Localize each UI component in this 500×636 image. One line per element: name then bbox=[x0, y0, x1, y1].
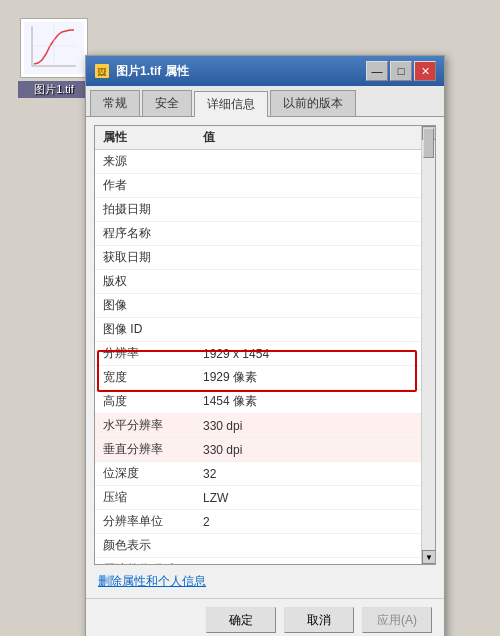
apply-button[interactable]: 应用(A) bbox=[362, 607, 432, 633]
table-row: 颜色表示 bbox=[95, 534, 435, 558]
dialog-buttons: 确定 取消 应用(A) bbox=[86, 598, 444, 636]
cancel-button[interactable]: 取消 bbox=[284, 607, 354, 633]
properties-area: 属性 值 来源 作者 拍摄日期 bbox=[94, 125, 436, 565]
table-row: 位深度32 bbox=[95, 462, 435, 486]
scrollbar[interactable]: ▲ ▼ bbox=[421, 126, 435, 564]
title-bar[interactable]: 🖼 图片1.tif 属性 — □ ✕ bbox=[86, 56, 444, 86]
table-row-vertical-dpi: 垂直分辨率330 dpi bbox=[95, 438, 435, 462]
scrollbar-thumb[interactable] bbox=[423, 128, 434, 158]
tab-previous-versions[interactable]: 以前的版本 bbox=[270, 90, 356, 116]
close-button[interactable]: ✕ bbox=[414, 61, 436, 81]
table-row: 压缩LZW bbox=[95, 486, 435, 510]
section-image: 图像 bbox=[95, 294, 435, 318]
scrollbar-down-button[interactable]: ▼ bbox=[422, 550, 436, 564]
file-icon[interactable]: 图片1.tif bbox=[18, 18, 90, 98]
file-thumbnail bbox=[20, 18, 88, 78]
properties-table: 属性 值 来源 作者 拍摄日期 bbox=[95, 126, 435, 565]
tab-details[interactable]: 详细信息 bbox=[194, 91, 268, 117]
remove-properties-link[interactable]: 删除属性和个人信息 bbox=[86, 569, 444, 598]
minimize-button[interactable]: — bbox=[366, 61, 388, 81]
table-row: 压缩的位/像素 bbox=[95, 558, 435, 566]
table-row: 作者 bbox=[95, 174, 435, 198]
table-row: 分辨率1929 x 1454 bbox=[95, 342, 435, 366]
tab-general[interactable]: 常规 bbox=[90, 90, 140, 116]
file-label: 图片1.tif bbox=[18, 81, 90, 98]
title-bar-buttons: — □ ✕ bbox=[366, 61, 436, 81]
maximize-button[interactable]: □ bbox=[390, 61, 412, 81]
table-row-horizontal-dpi: 水平分辨率330 dpi bbox=[95, 414, 435, 438]
table-row: 版权 bbox=[95, 270, 435, 294]
table-row: 宽度1929 像素 bbox=[95, 366, 435, 390]
col-header-property: 属性 bbox=[103, 130, 127, 144]
table-row: 拍摄日期 bbox=[95, 198, 435, 222]
desktop: 图片1.tif 🖼 图片1.tif 属性 — □ ✕ 常规 安全 详细信息 以前… bbox=[0, 0, 500, 636]
tab-security[interactable]: 安全 bbox=[142, 90, 192, 116]
table-row: 程序名称 bbox=[95, 222, 435, 246]
table-row: 图像 ID bbox=[95, 318, 435, 342]
section-source: 来源 bbox=[95, 150, 435, 174]
ok-button[interactable]: 确定 bbox=[206, 607, 276, 633]
table-row: 高度1454 像素 bbox=[95, 390, 435, 414]
col-header-value: 值 bbox=[203, 130, 215, 144]
properties-dialog: 🖼 图片1.tif 属性 — □ ✕ 常规 安全 详细信息 以前的版本 bbox=[85, 55, 445, 636]
tab-bar: 常规 安全 详细信息 以前的版本 bbox=[86, 86, 444, 117]
dialog-title: 图片1.tif 属性 bbox=[116, 63, 366, 80]
table-row: 获取日期 bbox=[95, 246, 435, 270]
table-row: 分辨率单位2 bbox=[95, 510, 435, 534]
svg-text:🖼: 🖼 bbox=[97, 67, 106, 77]
dialog-icon: 🖼 bbox=[94, 63, 110, 79]
